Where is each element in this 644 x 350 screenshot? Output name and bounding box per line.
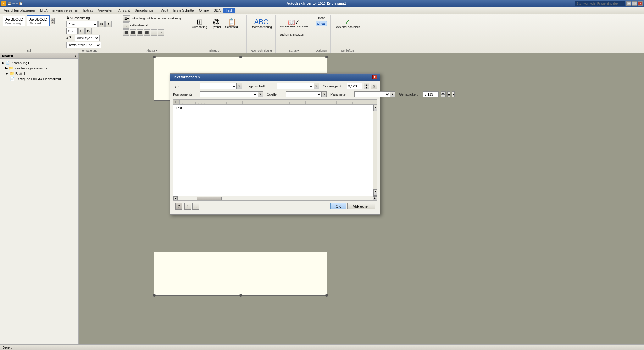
komponente-select[interactable] (200, 91, 258, 97)
genauigkeit-up-1[interactable]: ▲ (364, 83, 369, 86)
tree-label-0: Zeichnung1 (11, 61, 30, 65)
style-beschriftung[interactable]: AaBbCcD Beschriftung (3, 16, 25, 26)
tree-item-fertigung[interactable]: 📄 Fertigung DIN A4 Hochformat (0, 76, 78, 81)
dialog-close-button[interactable]: × (372, 75, 377, 79)
expand-icon-0: ▶ (2, 61, 4, 65)
menu-anmerkung[interactable]: Mit Anmerkung versehen (37, 8, 81, 13)
eigenschaft-arrow[interactable]: ▼ (314, 83, 319, 89)
genauigkeit-input-1[interactable] (347, 83, 362, 89)
menu-online[interactable]: Online (197, 8, 212, 13)
color-picker[interactable]: ▼ (69, 36, 74, 41)
dialog-body: Typ ▼ Eigenschaft ▼ Genauigkeit ▲ ▼ (170, 81, 380, 214)
font-a-small: A (70, 16, 72, 19)
komponente-arrow[interactable]: ▼ (258, 91, 263, 97)
lineal-button[interactable]: Lineal (316, 21, 327, 26)
menu-verwalten[interactable]: Verwalten (96, 8, 116, 13)
genauigkeit-spinner-1[interactable]: ▲ ▼ (364, 83, 369, 89)
text-content[interactable]: Text (173, 105, 373, 112)
symbol-button[interactable]: @ Symbol (210, 15, 222, 32)
vertical-scrollbar[interactable]: ▲ ▼ (373, 105, 377, 196)
genauigkeit-down-2[interactable]: ▼ (441, 94, 446, 97)
font-family-select[interactable]: Arial (66, 21, 98, 27)
rechtschreibung-button[interactable]: ABC Rechtschreibung (249, 15, 274, 32)
bullets-button[interactable]: ☰▾ (123, 15, 130, 22)
tree-item-zeichnung1[interactable]: ▶ 📄 Zeichnung1 (0, 60, 78, 65)
typ-select[interactable] (200, 83, 237, 89)
mehr-button[interactable]: Mehr (316, 15, 327, 20)
horizontal-scrollbar[interactable]: ◀ ▶ (173, 196, 377, 200)
schriftfeld-button[interactable]: 📋 Schriftfeld (224, 15, 240, 32)
style-scroll-up[interactable]: ▲ (51, 18, 55, 21)
genauigkeit-color-2[interactable]: ■ (447, 91, 450, 97)
woerterbuch-button[interactable]: 📖✓ Wörterbücher bearbeiten (278, 15, 309, 32)
beschriftung-label: Beschriftung (72, 16, 90, 20)
footer-right: OK Abbrechen (330, 203, 375, 209)
style-standard[interactable]: AaBbCcD Standard (27, 15, 50, 26)
parameter-label: Parameter: (330, 92, 353, 96)
genauigkeit-clear-1[interactable]: ⊠ (371, 83, 377, 89)
move-up-button[interactable]: ↑ (184, 203, 191, 210)
genauigkeit-input-2[interactable] (423, 91, 439, 97)
eigenschaft-select[interactable] (277, 83, 314, 89)
genauigkeit-up-2[interactable]: ▲ (441, 91, 446, 94)
parameter-select[interactable] (354, 91, 390, 97)
menu-3da[interactable]: 3DA (211, 8, 223, 13)
search-input[interactable] (575, 1, 625, 6)
genauigkeit-down-1[interactable]: ▼ (364, 86, 369, 89)
parameter-arrow[interactable]: ▼ (390, 91, 395, 97)
menu-vault[interactable]: Vault (158, 8, 170, 13)
menu-text[interactable]: Text (223, 8, 235, 13)
italic-button[interactable]: I (105, 21, 112, 27)
close-editor-button[interactable]: ✓ Texteditor schließen (333, 15, 362, 32)
ribbon-group-label-absatz: Absatz ▾ (123, 49, 181, 52)
linespacing-button[interactable]: ↕ (123, 22, 129, 29)
help-button[interactable]: ? (175, 203, 182, 210)
status-text: Bereit (3, 346, 12, 349)
menu-extras[interactable]: Extras (81, 8, 96, 13)
eigenschaft-combo: ▼ (277, 83, 319, 89)
maximize-button[interactable]: □ (632, 1, 637, 6)
beschriftung-text: Beschriftung (72, 16, 90, 20)
suchen-button[interactable]: Suchen & Ersetzen (278, 32, 305, 37)
menu-ansicht[interactable]: Ansicht (116, 8, 132, 13)
indent-decrease[interactable]: ← (151, 29, 157, 36)
hscroll-right-btn[interactable]: ▶ (373, 196, 377, 200)
move-down-button[interactable]: ↓ (192, 203, 199, 210)
tree-item-ressourcen[interactable]: ▶ 📁 Zeichnungsressourcen (0, 65, 78, 71)
align-center[interactable]: ⬛ (130, 29, 136, 36)
align-justify[interactable]: ⬛ (144, 29, 150, 36)
text-editor-area[interactable]: Text (173, 105, 373, 196)
minimize-button[interactable]: − (626, 1, 631, 6)
hscroll-thumb[interactable] (197, 197, 222, 200)
align-left[interactable]: ⬛ (123, 29, 129, 36)
quelle-arrow[interactable]: ▼ (322, 91, 327, 97)
font-size-input[interactable] (66, 28, 78, 34)
vscroll-up-btn[interactable]: ▲ (373, 105, 377, 111)
style-scroll-down[interactable]: ▼ (51, 21, 55, 24)
hscroll-left-btn[interactable]: ◀ (173, 196, 178, 200)
background-select[interactable]: Texthintergrund (66, 42, 101, 48)
typ-arrow[interactable]: ▼ (237, 83, 242, 89)
menu-ansichten[interactable]: Ansichten platzieren (1, 8, 37, 13)
tree-item-blatt1[interactable]: ▼ 📁 Blatt:1 (0, 71, 78, 76)
indent-increase[interactable]: → (158, 29, 164, 36)
style-scroll[interactable]: ▲ ▼ (51, 18, 55, 24)
overline-button[interactable]: O (85, 28, 92, 34)
menu-umgebungen[interactable]: Umgebungen (132, 8, 158, 13)
left-panel-collapse[interactable]: × (75, 54, 76, 58)
genauigkeit-extra-2[interactable]: ▾ (452, 91, 455, 97)
genauigkeit-spinner-2[interactable]: ▲ ▼ (441, 91, 446, 97)
close-button[interactable]: × (638, 1, 643, 6)
ausrichtung-button[interactable]: ⊞ Ausrichtung (191, 15, 209, 32)
align-right[interactable]: ⬛ (137, 29, 143, 36)
menu-erste[interactable]: Erste Schritte (171, 8, 197, 13)
bold-button[interactable]: B (98, 21, 105, 27)
dialog-row-komponente: Komponente: ▼ Quelle: ▼ Parameter: ▼ (173, 91, 377, 97)
layer-select[interactable]: VonLayer (75, 35, 100, 41)
underline-button[interactable]: U (78, 28, 85, 34)
quelle-select[interactable] (286, 91, 322, 97)
ok-button[interactable]: OK (330, 203, 346, 209)
tree-label-2: Blatt:1 (15, 72, 25, 75)
abbrechen-button[interactable]: Abbrechen (347, 203, 375, 209)
vscroll-down-btn[interactable]: ▼ (373, 189, 377, 196)
